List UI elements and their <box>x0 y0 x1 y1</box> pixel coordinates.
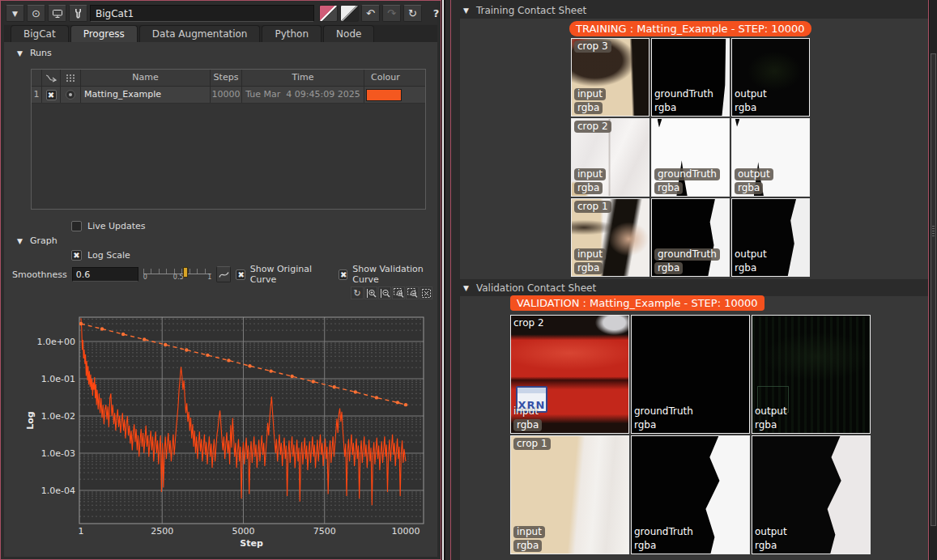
validation-row-crop2: crop 2 XRN input rgba groundTruth rgba o… <box>510 315 871 434</box>
layer-label: groundTruth <box>634 405 693 418</box>
node-colour-button[interactable] <box>319 5 338 22</box>
name-column-header[interactable]: Name <box>80 70 210 86</box>
collapse-triangle-icon: ▼ <box>463 6 469 15</box>
svg-text:1: 1 <box>79 526 84 537</box>
show-original-curve-checkbox[interactable] <box>236 269 245 280</box>
runs-table-header: Name Steps Time Colour <box>32 70 425 87</box>
training-crop2-input-thumbnail: crop 2 input rgba <box>571 118 650 197</box>
validation-crop2-input-thumbnail: crop 2 XRN input rgba <box>510 315 629 434</box>
validation-sheet-header[interactable]: ▼ Validation Contact Sheet <box>463 282 596 294</box>
training-row-crop2: crop 2 input rgba groundTruth rgba outpu… <box>571 118 810 197</box>
channel-label: rgba <box>735 262 756 274</box>
layer-label: output <box>735 248 767 261</box>
channel-label: rgba <box>513 419 542 431</box>
node-name-input[interactable] <box>90 5 314 22</box>
training-crop2-groundtruth-thumbnail: groundTruth rgba <box>651 118 730 197</box>
smoothing-curve-button[interactable] <box>216 266 231 282</box>
run-row-index: 1 <box>32 87 41 103</box>
graph-toolbar: ↻ <box>351 286 432 299</box>
revert-button[interactable]: ↻ <box>403 5 422 22</box>
redo-button[interactable]: ↷ <box>382 5 401 22</box>
show-validation-curve-label: Show Validation Curve <box>352 264 441 285</box>
undo-button[interactable]: ↶ <box>361 5 380 22</box>
settings-button[interactable] <box>69 5 87 22</box>
channel-label: rgba <box>735 102 756 114</box>
monitor-button[interactable] <box>48 5 66 22</box>
crop-label: crop 3 <box>574 40 611 53</box>
tab-node[interactable]: Node <box>323 25 374 42</box>
redo-icon: ↷ <box>387 7 396 19</box>
properties-tabbar: BigCat Progress Data Augmentation Python… <box>4 25 437 42</box>
training-crop3-input-thumbnail: crop 3 input rgba <box>571 38 650 117</box>
channel-label: rgba <box>574 262 603 274</box>
smoothness-label: Smoothness <box>12 269 67 280</box>
zoom-in-box-button[interactable] <box>392 286 405 299</box>
svg-text:10000: 10000 <box>392 526 420 537</box>
layer-label: groundTruth <box>634 526 693 538</box>
collapse-triangle-icon: ▼ <box>17 49 23 57</box>
zoom-out-bar-icon <box>380 288 390 299</box>
channel-label: rgba <box>755 540 777 552</box>
run-select-radio[interactable] <box>66 90 75 100</box>
svg-text:1.0e-02: 1.0e-02 <box>41 411 75 422</box>
smoothness-slider[interactable]: 0 0.5 1 <box>143 267 212 282</box>
training-crop2-output-thumbnail: output rgba <box>731 118 810 197</box>
smoothness-control: Smoothness 0 0.5 1 Show Original Curve S… <box>12 264 441 285</box>
properties-panel: ▼ ⊙ ↶ ↷ ↻ ? ✕ BigCat Progress D <box>0 0 441 560</box>
zoom-out-box-button[interactable] <box>406 286 419 299</box>
tab-progress[interactable]: Progress <box>70 25 138 42</box>
contact-sheet-panel: ▼ Training Contact Sheet TRAINING : Matt… <box>445 0 937 560</box>
training-crop1-groundtruth-thumbnail: groundTruth rgba <box>651 198 730 277</box>
layer-label: groundTruth <box>654 88 713 100</box>
curve-icon <box>45 74 57 83</box>
grid-column-header[interactable] <box>60 70 80 86</box>
channel-label: rgba <box>574 182 603 194</box>
validation-crop1-input-thumbnail: crop 1 input rgba <box>510 435 629 554</box>
wrench-icon <box>73 8 83 19</box>
run-row[interactable]: 1 Matting_Example 10000 Tue Mar 4 09:45:… <box>32 87 425 104</box>
graph-section-header[interactable]: ▼ Graph <box>17 235 57 246</box>
run-steps: 10000 <box>210 87 241 103</box>
svg-text:Step: Step <box>240 538 263 549</box>
panel-menu-button[interactable]: ▼ <box>6 5 24 22</box>
vertical-scrollbar[interactable] <box>929 0 937 560</box>
channel-label: rgba <box>755 419 777 431</box>
layer-label: groundTruth <box>654 168 720 180</box>
curve-column-header[interactable] <box>41 70 60 86</box>
zoom-in-x-button[interactable] <box>364 286 377 299</box>
fit-graph-button[interactable] <box>420 286 432 299</box>
run-colour-swatch[interactable] <box>366 89 402 101</box>
training-sheet-header[interactable]: ▼ Training Contact Sheet <box>463 5 586 16</box>
loss-graph[interactable]: 1.0e+001.0e-011.0e-021.0e-031.0e-0412500… <box>1 307 441 551</box>
live-updates-label: Live Updates <box>87 221 146 231</box>
training-badge: TRAINING : Matting_Example - STEP: 10000 <box>569 21 811 36</box>
center-node-button[interactable]: ⊙ <box>27 5 45 22</box>
collapse-triangle-icon: ▼ <box>463 284 469 292</box>
log-scale-checkbox[interactable] <box>71 250 82 261</box>
time-column-header[interactable]: Time <box>241 70 364 86</box>
training-crop1-input-thumbnail: crop 1 input rgba <box>571 198 650 277</box>
scrollbar-thumb[interactable] <box>931 53 936 526</box>
channel-label: rgba <box>654 102 676 114</box>
tab-bigcat[interactable]: BigCat <box>11 25 69 42</box>
refresh-graph-button[interactable]: ↻ <box>351 286 364 299</box>
svg-text:5000: 5000 <box>232 526 254 537</box>
live-updates-checkbox[interactable] <box>71 221 82 231</box>
tab-data-augmentation[interactable]: Data Augmentation <box>139 25 261 42</box>
gl-colour-button[interactable] <box>340 5 359 22</box>
svg-text:Log: Log <box>25 411 36 429</box>
show-validation-curve-checkbox[interactable] <box>339 269 348 280</box>
runs-section-header[interactable]: ▼ Runs <box>17 48 52 58</box>
smoothness-input[interactable] <box>72 267 138 282</box>
graph-section-label: Graph <box>30 235 57 246</box>
run-enabled-checkbox[interactable] <box>46 90 57 100</box>
steps-column-header[interactable]: Steps <box>210 70 241 86</box>
svg-text:1.0e-01: 1.0e-01 <box>41 374 75 384</box>
channel-label: rgba <box>735 182 763 194</box>
layer-label: input <box>513 526 545 538</box>
tab-python[interactable]: Python <box>262 25 322 42</box>
validation-crop1-groundtruth-thumbnail: groundTruth rgba <box>631 435 750 554</box>
zoom-out-x-button[interactable] <box>378 286 391 299</box>
colour-column-header[interactable]: Colour <box>364 70 425 86</box>
zoom-in-bar-icon <box>366 288 377 299</box>
